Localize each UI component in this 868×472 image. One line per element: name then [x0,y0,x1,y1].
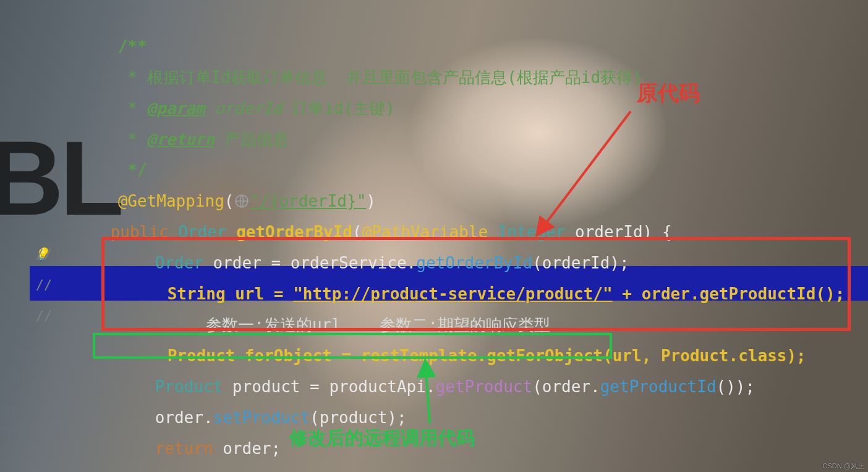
green-highlight-box [93,333,612,359]
annotation-original-label: 原代码 [637,79,700,108]
gutter: 💡// // // // [0,0,30,472]
red-highlight-box [101,237,851,331]
watermark: CSDN @风止 [823,461,864,471]
code-area[interactable]: /** * 根据订单Id获取订单信息 并且里面包含产品信息(根据产品id获得) … [30,0,868,472]
annotation-modified-label: 修改后的远程调用代码 [289,426,475,451]
